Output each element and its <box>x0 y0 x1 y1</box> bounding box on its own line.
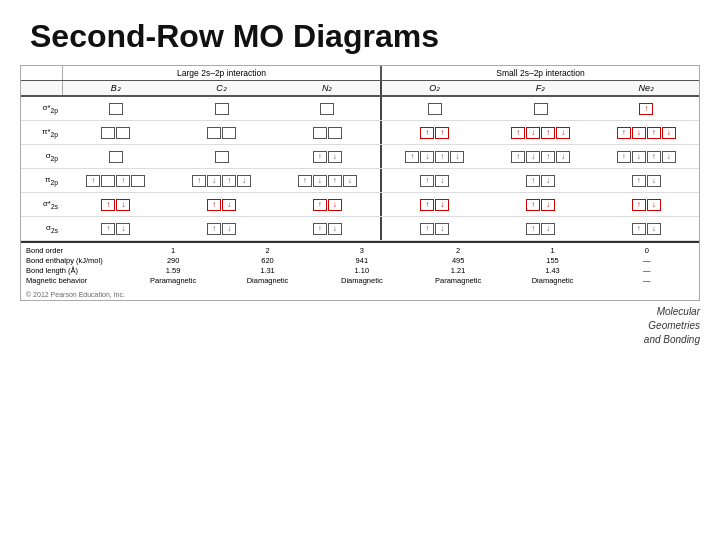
data-row-bond-length: Bond length (Å) 1.59 1.31 1.10 1.21 1.43… <box>26 266 694 275</box>
cell-ne2-s2s: ↑↓ <box>593 223 699 235</box>
cell-ne2-p2ps: ↑↓ ↑↓ <box>593 127 699 139</box>
cell-f2-s2p: ↑↓ ↑↓ <box>488 151 594 163</box>
cell-c2-s2p <box>169 151 275 163</box>
cell-n2-s2ps <box>274 103 380 115</box>
cell-c2-p2p: ↑↓ ↑↓ <box>169 175 275 187</box>
cell-o2-s2s: ↑↓ <box>382 223 488 235</box>
data-label-bond-length: Bond length (Å) <box>26 266 126 275</box>
cell-f2-s2ss: ↑↓ <box>488 199 594 211</box>
orbital-label-s2p: σ2p <box>21 151 63 162</box>
mol-n2: N₂ <box>274 81 380 95</box>
cell-c2-p2ps <box>169 127 275 139</box>
footnote-line1: Molecular <box>657 306 700 317</box>
cell-c2-s2s: ↑↓ <box>169 223 275 235</box>
data-table: Bond order 1 2 3 2 1 0 Bond enthalpy (kJ… <box>21 241 699 289</box>
cell-b2-s2s: ↑↓ <box>63 223 169 235</box>
cell-ne2-p2p: ↑↓ <box>593 175 699 187</box>
data-label-enthalpy: Bond enthalpy (kJ/mol) <box>26 256 126 265</box>
cell-f2-p2p: ↑↓ <box>488 175 594 187</box>
cell-ne2-s2p: ↑↓ ↑↓ <box>593 151 699 163</box>
cell-o2-s2ss: ↑↓ <box>382 199 488 211</box>
data-label-bond-order: Bond order <box>26 246 126 255</box>
small-label: Small 2s–2p interaction <box>496 68 584 78</box>
orbital-row-pi2p: π2p ↑ ↑ ↑↓ ↑↓ ↑↓ ↑↓ ↑↓ ↑↓ ↑↓ <box>21 169 699 193</box>
mol-name-row: B₂ C₂ N₂ O₂ F₂ Ne₂ <box>21 81 699 97</box>
cell-c2-s2ps <box>169 103 275 115</box>
orbital-row-pi2p-star: π*2p ↑ ↑ ↑↓ ↑↓ ↑↓ ↑↓ <box>21 121 699 145</box>
cell-b2-p2p: ↑ ↑ <box>63 175 169 187</box>
mol-ne2: Ne₂ <box>593 81 699 95</box>
cell-n2-s2p: ↑↓ <box>274 151 380 163</box>
cell-f2-p2ps: ↑↓ ↑↓ <box>488 127 594 139</box>
cell-f2-s2s: ↑↓ <box>488 223 594 235</box>
small-section: Small 2s–2p interaction <box>382 66 699 80</box>
orbital-row-sigma2p-star: σ*2p ↑ <box>21 97 699 121</box>
cell-n2-p2p: ↑↓ ↑↓ <box>274 175 380 187</box>
footnote-line3: and Bonding <box>644 334 700 345</box>
data-row-magnetic: Magnetic behavior Paramagnetic Diamagnet… <box>26 276 694 285</box>
cell-b2-p2ps <box>63 127 169 139</box>
large-label: Large 2s–2p interaction <box>177 68 266 78</box>
footnote-line2: Geometries <box>648 320 700 331</box>
orbital-label-p2p: π2p <box>21 175 63 186</box>
orbital-row-sigma2s: σ2s ↑↓ ↑↓ ↑↓ ↑↓ ↑↓ ↑↓ <box>21 217 699 241</box>
cell-o2-p2ps: ↑ ↑ <box>382 127 488 139</box>
cell-ne2-s2ps: ↑ <box>593 103 699 115</box>
orbital-label-s2s: σ2s <box>21 223 63 234</box>
orbital-label-s2ps: σ*2p <box>21 103 63 114</box>
mol-c2: C₂ <box>169 81 275 95</box>
cell-c2-s2ss: ↑↓ <box>169 199 275 211</box>
cell-n2-p2ps <box>274 127 380 139</box>
page-footer-area: Molecular Geometries and Bonding <box>0 301 720 351</box>
cell-f2-s2ps <box>488 103 594 115</box>
orbital-row-sigma2p: σ2p ↑↓ ↑↓ ↑↓ ↑↓ ↑↓ ↑↓ ↑↓ <box>21 145 699 169</box>
copyright: © 2012 Pearson Education, Inc. <box>21 289 699 300</box>
mol-o2: O₂ <box>382 81 488 95</box>
data-row-enthalpy: Bond enthalpy (kJ/mol) 290 620 941 495 1… <box>26 256 694 265</box>
large-section: Large 2s–2p interaction <box>63 66 382 80</box>
section-headers: Large 2s–2p interaction Small 2s–2p inte… <box>21 66 699 81</box>
cell-o2-p2p: ↑↓ <box>382 175 488 187</box>
diagram-container: Large 2s–2p interaction Small 2s–2p inte… <box>20 65 700 301</box>
data-row-bond-order: Bond order 1 2 3 2 1 0 <box>26 246 694 255</box>
cell-b2-s2ps <box>63 103 169 115</box>
cell-n2-s2s: ↑↓ <box>274 223 380 235</box>
mol-b2: B₂ <box>63 81 169 95</box>
mol-f2: F₂ <box>488 81 594 95</box>
orbital-row-sigma2s-star: σ*2s ↑↓ ↑↓ ↑↓ ↑↓ ↑↓ ↑↓ <box>21 193 699 217</box>
footnote: Molecular Geometries and Bonding <box>644 305 700 347</box>
cell-b2-s2p <box>63 151 169 163</box>
data-label-magnetic: Magnetic behavior <box>26 276 126 285</box>
orbital-label-s2ss: σ*2s <box>21 199 63 210</box>
cell-ne2-s2ss: ↑↓ <box>593 199 699 211</box>
cell-n2-s2ss: ↑↓ <box>274 199 380 211</box>
cell-o2-s2p: ↑↓ ↑↓ <box>382 151 488 163</box>
cell-b2-s2ss: ↑↓ <box>63 199 169 211</box>
orbital-label-p2ps: π*2p <box>21 127 63 138</box>
page-title: Second-Row MO Diagrams <box>0 0 720 65</box>
cell-o2-s2ps <box>382 103 488 115</box>
